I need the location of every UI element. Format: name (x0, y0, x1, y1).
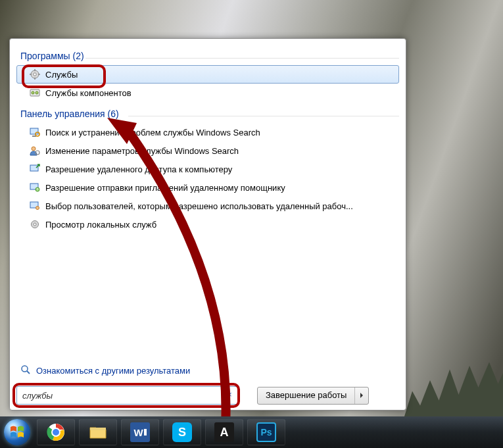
shutdown-button[interactable]: Завершение работы (258, 387, 355, 404)
remote-users-icon (30, 201, 40, 211)
search-input[interactable] (16, 386, 239, 405)
remote-access-icon (30, 164, 40, 174)
result-label: Выбор пользователей, которым разрешено и… (45, 201, 353, 211)
svg-point-19 (36, 207, 39, 210)
svg-point-1 (34, 73, 36, 76)
photoshop-icon: Ps (256, 422, 276, 442)
result-item-cp-1[interactable]: Изменение параметров службы Windows Sear… (16, 141, 399, 160)
start-menu-bottom-bar: × Завершение работы (16, 386, 399, 405)
result-label: Службы компонентов (45, 88, 132, 98)
taskbar-app-photoshop[interactable]: Ps (247, 419, 285, 445)
svg-point-21 (34, 223, 36, 226)
gear-icon (30, 219, 40, 230)
skype-icon: S (172, 422, 192, 442)
component-icon (30, 87, 40, 98)
svg-line-23 (27, 371, 30, 374)
result-label: Разрешение отправки приглашений удаленно… (45, 183, 285, 193)
shutdown-options-arrow[interactable] (355, 387, 368, 404)
troubleshoot-icon (30, 127, 40, 137)
result-label: Разрешение удаленного доступа к компьюте… (45, 164, 232, 174)
see-more-label: Ознакомиться с другими результатами (36, 366, 190, 376)
start-menu-panel: Программы (2) Службы Службы компонентов … (9, 38, 406, 411)
section-header-programs: Программы (2) (16, 48, 399, 65)
taskbar-app-autocad[interactable]: A (205, 419, 243, 445)
result-item-cp-2[interactable]: Разрешение удаленного доступа к компьюте… (16, 160, 399, 178)
desktop-background-shape (404, 344, 503, 416)
taskbar-app-chrome[interactable] (37, 419, 75, 445)
taskbar-app-word[interactable]: W (121, 419, 159, 445)
remote-assist-icon: ? (30, 182, 40, 193)
result-label: Просмотр локальных служб (45, 220, 156, 230)
shutdown-button-group: Завершение работы (257, 387, 369, 405)
user-settings-icon (30, 145, 40, 156)
result-item-cp-3[interactable]: ? Разрешение отправки приглашений удален… (16, 178, 399, 197)
svg-text:?: ? (37, 187, 39, 191)
result-item-cp-5[interactable]: Просмотр локальных служб (16, 215, 399, 234)
folder-icon (88, 422, 108, 442)
result-label: Поиск и устранение проблем службы Window… (45, 128, 260, 137)
result-label: Изменение параметров службы Windows Sear… (45, 146, 239, 156)
start-button[interactable] (1, 416, 33, 448)
search-results-area: Программы (2) Службы Службы компонентов … (16, 48, 399, 362)
see-more-results[interactable]: Ознакомиться с другими результатами (16, 362, 399, 380)
chevron-right-icon (359, 393, 364, 398)
result-item-cp-4[interactable]: Выбор пользователей, которым разрешено и… (16, 197, 399, 215)
taskbar-app-skype[interactable]: S (163, 419, 201, 445)
search-icon (20, 364, 31, 377)
chrome-icon (46, 422, 66, 442)
taskbar: W S A Ps (0, 416, 503, 448)
section-header-control-panel: Панель управления (6) (16, 106, 399, 123)
taskbar-app-explorer[interactable] (79, 419, 117, 445)
result-item-component-services[interactable]: Службы компонентов (16, 84, 399, 102)
svg-point-7 (32, 91, 34, 94)
search-box-wrap: × (16, 386, 239, 405)
svg-point-8 (36, 91, 38, 94)
result-label: Службы (45, 70, 78, 80)
word-icon: W (130, 422, 150, 442)
svg-rect-9 (30, 128, 38, 134)
gear-icon (30, 69, 40, 80)
result-item-services[interactable]: Службы (16, 65, 399, 84)
svg-point-22 (22, 366, 28, 372)
windows-logo-icon (4, 419, 30, 445)
svg-rect-27 (90, 428, 106, 430)
svg-point-12 (32, 147, 36, 151)
clear-search-icon[interactable]: × (224, 389, 235, 400)
svg-rect-14 (30, 165, 38, 171)
result-item-cp-0[interactable]: Поиск и устранение проблем службы Window… (16, 123, 399, 141)
autocad-icon: A (214, 422, 234, 442)
